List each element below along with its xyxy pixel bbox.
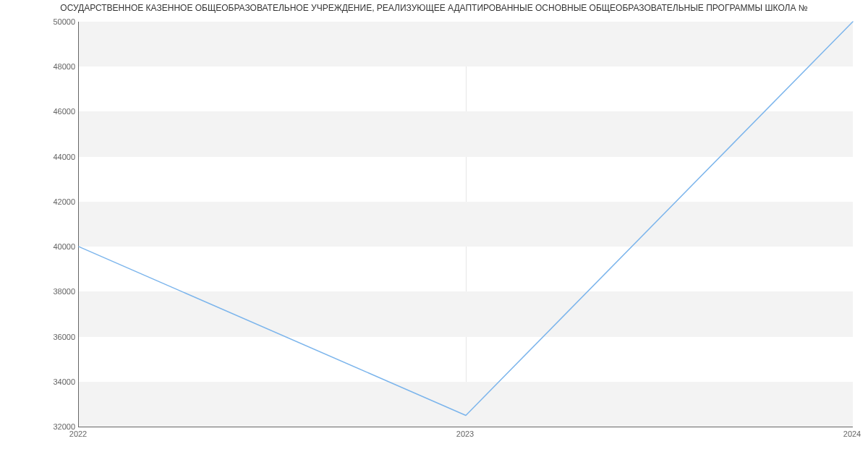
x-tick-label: 2024 xyxy=(843,430,861,438)
x-tick-label: 2022 xyxy=(69,430,87,438)
y-tick-label: 36000 xyxy=(53,333,75,341)
y-tick-label: 38000 xyxy=(53,287,75,296)
y-tick-label: 34000 xyxy=(53,377,75,386)
y-tick-label: 40000 xyxy=(53,242,75,251)
y-tick-label: 46000 xyxy=(53,107,75,116)
y-tick-label: 48000 xyxy=(53,62,75,71)
x-tick-label: 2023 xyxy=(456,430,474,438)
chart-title: ОСУДАРСТВЕННОЕ КАЗЕННОЕ ОБЩЕОБРАЗОВАТЕЛЬ… xyxy=(0,3,868,13)
line-series xyxy=(79,22,853,427)
plot-area xyxy=(78,22,853,427)
chart-container: ОСУДАРСТВЕННОЕ КАЗЕННОЕ ОБЩЕОБРАЗОВАТЕЛЬ… xyxy=(0,0,868,470)
y-tick-label: 44000 xyxy=(53,153,75,161)
y-tick-label: 50000 xyxy=(53,17,75,26)
y-tick-label: 42000 xyxy=(53,197,75,206)
